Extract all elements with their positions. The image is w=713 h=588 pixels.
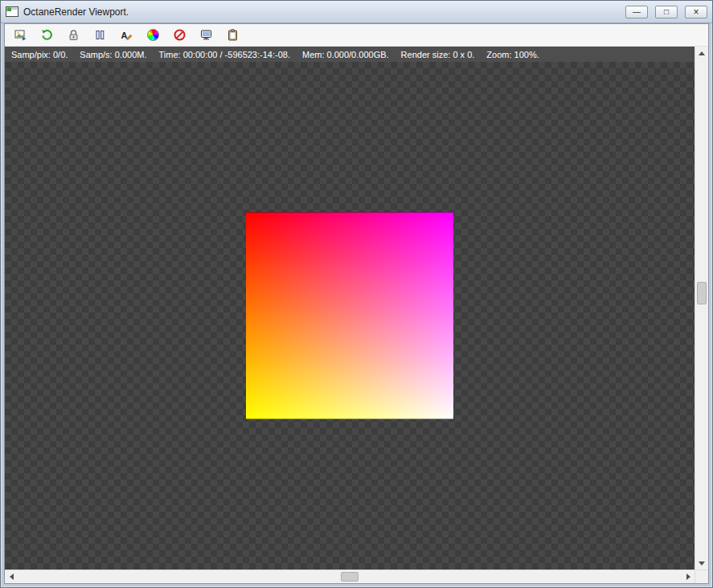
scroll-down-button[interactable]: [695, 557, 708, 570]
horizontal-scrollbar[interactable]: [5, 570, 695, 583]
right-arrow-icon: [686, 574, 690, 580]
vertical-scrollbar-thumb[interactable]: [697, 282, 707, 304]
octane-render-viewport-window: OctaneRender Viewport. — □ ×: [0, 0, 713, 588]
restart-render-icon[interactable]: [39, 28, 54, 43]
render-viewport[interactable]: [5, 62, 695, 570]
stop-render-icon[interactable]: [172, 28, 186, 43]
status-samples-per-second: Samp/s: 0.000M.: [80, 50, 146, 59]
titlebar[interactable]: OctaneRender Viewport. — □ ×: [1, 1, 712, 23]
minimize-button[interactable]: —: [625, 6, 648, 18]
scroll-right-button[interactable]: [682, 570, 695, 583]
annotate-text-icon[interactable]: A: [119, 28, 133, 43]
maximize-button[interactable]: □: [655, 6, 678, 18]
scroll-up-button[interactable]: [695, 47, 708, 59]
status-zoom-level: Zoom: 100%.: [486, 50, 539, 59]
scrollbar-corner: [695, 570, 708, 583]
horizontal-scrollbar-thumb[interactable]: [341, 572, 359, 582]
status-render-size: Render size: 0 x 0.: [401, 50, 475, 59]
window-content: A: [4, 23, 709, 584]
down-arrow-icon: [699, 561, 705, 566]
close-button[interactable]: ×: [685, 6, 707, 18]
render-image: [246, 213, 453, 419]
copy-to-clipboard-icon[interactable]: [225, 28, 240, 43]
vertical-scrollbar[interactable]: [695, 47, 708, 570]
up-arrow-icon: [699, 51, 705, 55]
left-arrow-icon: [10, 574, 14, 580]
fit-to-screen-icon[interactable]: [199, 28, 213, 43]
status-render-time: Time: 00:00:00 / -596523:-14:-08.: [158, 50, 289, 59]
status-samples-per-pixel: Samp/pix: 0/0.: [11, 50, 68, 59]
color-wheel-icon[interactable]: [145, 28, 160, 43]
svg-text:A: A: [121, 31, 127, 40]
app-icon: [6, 6, 18, 17]
viewport-toolbar: A: [5, 24, 708, 47]
pause-render-icon[interactable]: [92, 28, 107, 43]
lock-icon[interactable]: [66, 28, 80, 43]
render-statusbar: Samp/pix: 0/0. Samp/s: 0.000M. Time: 00:…: [5, 47, 695, 62]
viewport-main: Samp/pix: 0/0. Samp/s: 0.000M. Time: 00:…: [5, 47, 708, 583]
save-image-icon[interactable]: [13, 28, 27, 43]
window-title: OctaneRender Viewport.: [23, 6, 618, 18]
status-memory: Mem: 0.000/0.000GB.: [302, 50, 389, 59]
scroll-left-button[interactable]: [5, 570, 18, 583]
